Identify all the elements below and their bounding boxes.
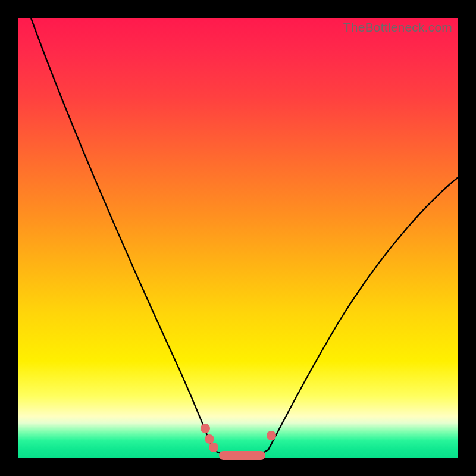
chart-frame: TheBottleneck.com <box>0 0 476 476</box>
heat-gradient-plot: TheBottleneck.com <box>18 18 458 458</box>
marker-dot <box>205 434 214 444</box>
curve-right-branch <box>268 177 458 450</box>
marker-pill <box>219 451 265 460</box>
marker-dot <box>209 443 218 452</box>
marker-dot <box>267 431 276 440</box>
curve-layer <box>18 18 458 458</box>
curve-left-branch <box>31 18 213 450</box>
marker-dot <box>201 424 210 433</box>
